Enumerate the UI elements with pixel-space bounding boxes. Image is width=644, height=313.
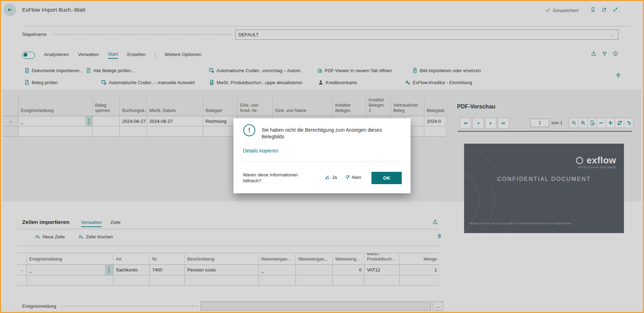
cell-art[interactable]: Sachkonto [113,265,150,275]
cell-wareneingang-3[interactable]: 0 [333,265,364,275]
col-belegart[interactable]: Belegart [203,95,238,116]
empty-cell[interactable] [333,275,364,286]
col-vertraulicher-beleg[interactable]: Vertraulicher Beleg [391,95,424,116]
empty-cell[interactable] [120,126,147,137]
empty-cell[interactable] [364,275,400,286]
col-beleg-sperren[interactable]: Beleg sperren [93,95,120,116]
lines-tab-verwalten[interactable]: Verwalten [81,220,102,227]
col-wareneingang-1[interactable]: Wareneingan... [259,253,296,265]
analysis-mode-toggle[interactable] [22,52,35,59]
new-line-button[interactable]: Neue Zeile [35,234,65,239]
row-selector[interactable]: → [3,116,18,126]
cell-beschreibung[interactable]: Pension costs [185,265,259,275]
footer-lookup-button[interactable]: ... [433,301,443,311]
tab-weitere-optionen[interactable]: Weitere Optionen [164,52,201,58]
empty-cell[interactable] [27,275,113,286]
lines-tab-zeile[interactable]: Zeile [110,220,120,227]
tab-erstellen[interactable]: Erstellen [127,52,146,58]
filter-icon[interactable] [602,51,607,56]
empty-cell[interactable] [93,126,120,137]
col-kreditor-belegnr[interactable]: Kreditor Belegnr. [333,95,366,116]
zoom-out-button[interactable] [569,118,579,128]
factbox-splitter[interactable] [448,89,448,201]
info-icon[interactable] [613,51,618,56]
row-selector[interactable]: → [17,265,27,275]
undo-button[interactable] [624,118,633,128]
action-exflow-kreditor-einrichtung[interactable]: ExFlow-Kreditor - Einrichtung [405,80,472,85]
empty-cell[interactable] [424,126,445,137]
pin-icon[interactable] [615,73,621,78]
last-page-button[interactable] [498,118,509,129]
copy-details-link[interactable]: Details kopieren [243,148,278,154]
share-icon[interactable] [432,219,438,225]
empty-cell[interactable] [203,126,238,137]
fit-page-button[interactable] [587,118,597,128]
empty-cell[interactable] [400,275,439,286]
col-mwst-produktbuchung[interactable]: MwSt.-Produktbuch... [364,253,400,265]
col-eink-von-name[interactable]: Eink. von Name [273,95,333,116]
cell-wareneingang-2[interactable] [296,265,333,275]
col-kreditor-belegnr-2[interactable]: Kreditor Belegnr. 2 [366,95,391,116]
empty-cell[interactable] [296,275,333,286]
col-wareneingang-2[interactable]: Wareneingan... [296,253,333,265]
col-belegdatum[interactable]: Belegdat... [424,95,445,116]
cell-beleg-sperren[interactable] [93,116,120,126]
action-bild-importieren[interactable]: Bild importieren oder ersetzen [412,68,481,73]
first-page-button[interactable] [460,118,471,129]
col-buchungsdatum[interactable]: Buchungsd... [120,95,147,116]
col-mwst-datum[interactable]: MwSt. Datum [147,95,203,116]
batch-lookup-button[interactable]: ... [610,32,615,37]
action-alle-belege-pruefen[interactable]: Alle Belege prüfen... [86,68,135,73]
col-beschreibung[interactable]: Beschreibung [185,253,259,265]
col-ereignismeldung[interactable]: Ereignismeldung [18,95,93,116]
empty-cell[interactable] [150,275,185,286]
cell-menge[interactable]: 1 [400,265,439,275]
cell-ereignismeldung[interactable]: _ [27,265,105,275]
refresh-button[interactable] [615,118,624,128]
cell-mwst-datum[interactable]: 2024-08-27 [147,116,203,126]
previous-page-button[interactable] [473,118,484,129]
action-codierung-manuelle-auswahl[interactable]: Automatische Codier...- manuelle Auswahl [101,80,195,85]
ok-button[interactable]: OK [371,172,402,184]
zoom-in-button[interactable] [578,118,588,128]
cell-belegart[interactable]: Rechnung [203,116,238,126]
back-button[interactable] [4,4,16,16]
feedback-yes-button[interactable]: Ja [325,175,337,180]
action-beleg-pruefen[interactable]: Beleg prüfen [24,80,58,85]
delete-line-button[interactable]: Zeile löschen [78,234,113,239]
cell-buchungsdatum[interactable]: 2024-08-27 [120,116,147,126]
col-wareneingang-3[interactable]: Wareneing... [333,253,364,265]
cell-options-button[interactable]: ⋮ [86,116,93,126]
col-nr[interactable]: Nr. [150,253,185,265]
tab-verwalten[interactable]: Verwalten [78,52,99,58]
cell-options-button[interactable]: ⋮ [105,265,113,275]
cell-nr[interactable]: 7400 [150,265,185,275]
empty-cell[interactable] [259,275,296,286]
action-kreditorenkarte[interactable]: Kreditorenkarte [318,80,357,85]
cell-wareneingang-1[interactable]: _ [259,265,296,275]
action-mwst-produktbuchungsgruppe[interactable]: MwSt. Produktbuchun...uppe aktualisieren [209,80,302,85]
tab-start[interactable]: Start [108,51,118,59]
page-number-input[interactable]: 1 [530,119,549,127]
open-in-new-window-icon[interactable] [601,7,607,12]
batch-name-input[interactable]: DEFAULT ... [235,30,618,40]
row-selector[interactable] [3,126,18,137]
action-pdf-viewer-oeffnen[interactable]: PDF-Viewer in neuem Tab öffnen [317,68,392,73]
collapse-icon[interactable] [613,7,618,12]
empty-cell[interactable] [113,275,150,286]
next-page-button[interactable] [485,118,496,129]
col-eink-von-kred-nr[interactable]: Eink. von Kred.-Nr. [238,95,273,116]
tab-analysieren[interactable]: Analysieren [44,52,69,58]
col-art[interactable]: Art [113,253,150,265]
cell-ereignismeldung[interactable]: _ [18,116,86,126]
col-menge[interactable]: Menge [400,253,439,265]
cell-belegdatum[interactable]: 2024-0 [424,116,445,126]
col-ereignismeldung[interactable]: Ereignismeldung [27,253,113,265]
decrease-button[interactable] [596,118,606,128]
bookmark-icon[interactable] [590,7,596,12]
cell-mwst[interactable]: VAT12 [364,265,400,275]
action-dokumente-importieren[interactable]: Dokumente importieren... [24,68,83,73]
footer-ereignismeldung-input[interactable] [201,301,431,311]
feedback-no-button[interactable]: Nein [345,175,361,180]
increase-button[interactable] [606,118,615,128]
